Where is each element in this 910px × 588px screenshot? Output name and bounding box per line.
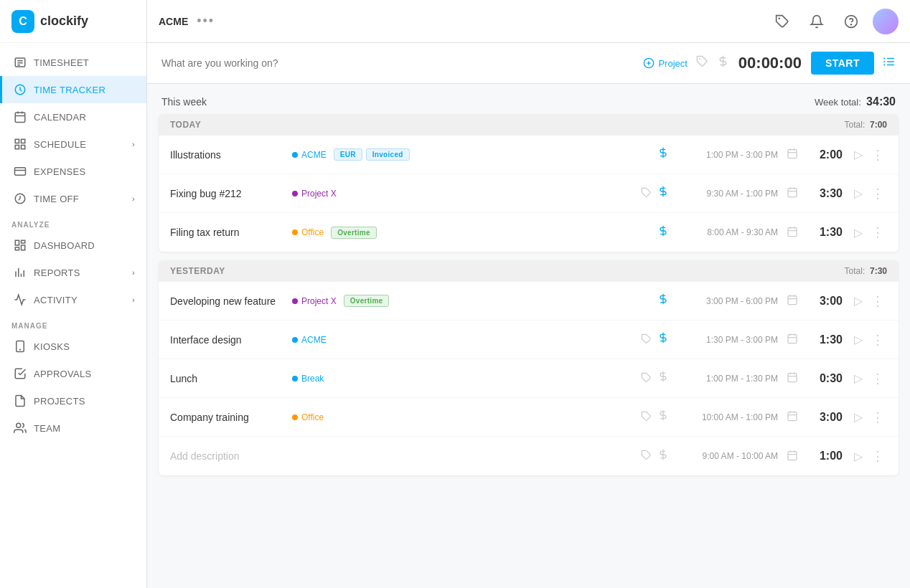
- entry-play-button[interactable]: ▷: [848, 223, 868, 242]
- entry-more-button[interactable]: ⋮: [868, 183, 887, 204]
- time-off-chevron: ›: [132, 194, 135, 203]
- entry-billable-icon[interactable]: [655, 183, 672, 204]
- entry-play-button[interactable]: ▷: [848, 407, 868, 427]
- entry-calendar-icon[interactable]: [784, 291, 801, 310]
- dashboard-icon: [14, 239, 27, 252]
- entry-calendar-icon[interactable]: [784, 145, 801, 164]
- entry-more-button[interactable]: ⋮: [868, 445, 887, 467]
- project-name[interactable]: Office: [301, 412, 324, 422]
- project-name[interactable]: Break: [301, 374, 324, 384]
- svg-rect-10: [22, 139, 25, 143]
- entry-billable-icon[interactable]: [655, 222, 672, 243]
- timer-tag-button[interactable]: [696, 55, 708, 71]
- entry-more-button[interactable]: ⋮: [868, 290, 887, 312]
- project-dot: [292, 414, 298, 420]
- project-name[interactable]: ACME: [301, 150, 327, 160]
- entry-tag-icon[interactable]: [638, 408, 655, 427]
- entry-more-button[interactable]: ⋮: [868, 407, 887, 428]
- project-name[interactable]: Project X: [301, 189, 337, 199]
- sidebar-item-reports[interactable]: REPORTS ›: [0, 259, 146, 286]
- sidebar-item-time-off[interactable]: TIME OFF ›: [0, 185, 146, 212]
- sidebar-item-projects[interactable]: PROJECTS: [0, 387, 146, 414]
- table-row: Interface design ACME 1:30 PM - 3:00 PM …: [159, 321, 899, 359]
- entry-billable-icon[interactable]: [655, 407, 672, 427]
- entry-billable-icon[interactable]: [655, 144, 672, 165]
- workspace-dots[interactable]: •••: [197, 14, 215, 29]
- entry-calendar-icon[interactable]: [784, 369, 801, 388]
- entry-project: Office: [292, 227, 324, 237]
- entry-more-button[interactable]: ⋮: [868, 222, 887, 243]
- entry-placeholder[interactable]: Add description: [170, 450, 240, 462]
- reports-label: REPORTS: [34, 267, 80, 278]
- expenses-icon: [14, 165, 27, 178]
- help-icon-btn[interactable]: [838, 9, 864, 34]
- entry-project: ACME: [292, 335, 327, 345]
- project-name[interactable]: Office: [301, 227, 324, 237]
- entry-play-button[interactable]: ▷: [848, 330, 868, 349]
- approvals-icon: [14, 367, 27, 380]
- entry-billable-icon[interactable]: [655, 446, 672, 467]
- entry-tag-icon[interactable]: [638, 369, 655, 388]
- entry-tag-icon[interactable]: [638, 447, 655, 465]
- entry-project: Project X: [292, 296, 337, 306]
- entry-billable-icon[interactable]: [655, 290, 672, 311]
- svg-rect-9: [15, 139, 19, 143]
- schedule-label: SCHEDULE: [34, 139, 86, 150]
- svg-rect-43: [788, 150, 797, 158]
- sidebar-item-activity[interactable]: ACTIVITY ›: [0, 286, 146, 313]
- notifications-icon-btn[interactable]: [804, 9, 830, 34]
- entry-play-button[interactable]: ▷: [848, 447, 868, 466]
- entry-calendar-icon[interactable]: [784, 330, 801, 349]
- table-row: Filing tax return Office Overtime 8:00 A…: [159, 213, 899, 252]
- sidebar-item-approvals[interactable]: APPROVALS: [0, 360, 146, 387]
- entry-play-button[interactable]: ▷: [848, 291, 868, 310]
- invoiced-badge: Invoiced: [366, 148, 410, 161]
- entry-billable-icon[interactable]: [655, 329, 672, 350]
- timer-description-input[interactable]: [161, 57, 634, 69]
- entry-calendar-icon[interactable]: [784, 184, 801, 203]
- schedule-chevron: ›: [132, 140, 135, 148]
- timer-billable-button[interactable]: [717, 55, 729, 71]
- sidebar-item-kiosks[interactable]: KIOSKS: [0, 333, 146, 360]
- svg-rect-78: [788, 451, 797, 460]
- entry-duration: 2:00: [807, 148, 843, 161]
- svg-point-27: [17, 423, 21, 427]
- start-button[interactable]: START: [811, 52, 874, 75]
- team-icon: [14, 422, 27, 435]
- entry-description: Lunch: [170, 373, 285, 384]
- yesterday-total-time: 7:30: [870, 266, 887, 276]
- sidebar-item-team[interactable]: TEAM: [0, 414, 146, 442]
- entry-play-button[interactable]: ▷: [848, 145, 868, 164]
- entry-duration: 1:00: [807, 450, 843, 463]
- entry-calendar-icon[interactable]: [784, 407, 801, 427]
- sidebar-item-timesheet[interactable]: TIMESHEET: [0, 49, 146, 76]
- entry-billable-icon[interactable]: [655, 368, 672, 389]
- user-avatar[interactable]: [873, 9, 899, 34]
- entry-play-button[interactable]: ▷: [848, 184, 868, 203]
- dashboard-label: DASHBOARD: [34, 240, 95, 251]
- sidebar-item-schedule[interactable]: SCHEDULE ›: [0, 131, 146, 158]
- entry-description: Filing tax return: [170, 227, 285, 238]
- sidebar-item-calendar[interactable]: CALENDAR: [0, 103, 146, 131]
- entry-more-button[interactable]: ⋮: [868, 329, 887, 351]
- project-name[interactable]: Project X: [301, 296, 337, 306]
- sidebar-item-time-tracker[interactable]: TIME TRACKER: [0, 76, 146, 103]
- main-area: ACME ••• Project 00: [147, 0, 910, 588]
- entry-project: Office: [292, 412, 324, 422]
- entry-calendar-icon[interactable]: [784, 223, 801, 242]
- entry-tag-icon[interactable]: [638, 184, 655, 203]
- entry-calendar-icon[interactable]: [784, 447, 801, 466]
- timer-mode-toggle[interactable]: [883, 55, 896, 72]
- help-icon: [844, 14, 858, 29]
- entry-more-button[interactable]: ⋮: [868, 144, 887, 166]
- workspace-name: ACME: [159, 16, 188, 27]
- project-name[interactable]: ACME: [301, 335, 327, 345]
- entry-description: Developing new feature: [170, 295, 285, 307]
- sidebar-item-expenses[interactable]: EXPENSES: [0, 158, 146, 185]
- timer-project-button[interactable]: Project: [643, 57, 687, 69]
- entry-tag-icon[interactable]: [638, 331, 655, 349]
- entry-play-button[interactable]: ▷: [848, 369, 868, 388]
- entry-more-button[interactable]: ⋮: [868, 368, 887, 389]
- sidebar-item-dashboard[interactable]: DASHBOARD: [0, 232, 146, 259]
- integrations-icon-btn[interactable]: [769, 9, 795, 34]
